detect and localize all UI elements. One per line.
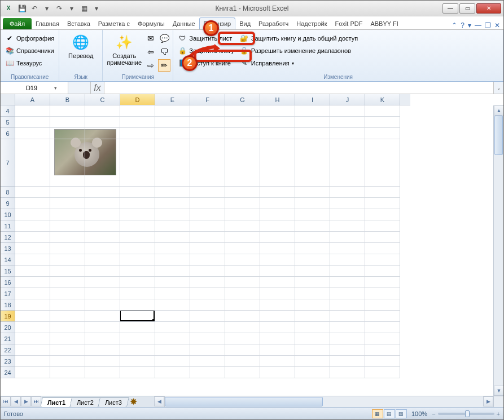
col-header-A[interactable]: A <box>15 94 50 105</box>
tab-formulas[interactable]: Формулы <box>134 18 169 29</box>
row-header-10[interactable]: 10 <box>1 209 15 220</box>
view-normal-icon[interactable]: ▦ <box>372 409 383 418</box>
hscroll-right-icon[interactable]: ▶ <box>483 396 493 406</box>
qat-save-icon[interactable]: 💾 <box>16 3 28 14</box>
col-header-G[interactable]: G <box>225 94 260 105</box>
col-header-F[interactable]: F <box>190 94 225 105</box>
track-changes-button[interactable]: ✎Исправления ▾ <box>238 57 360 69</box>
select-all-corner[interactable] <box>1 94 15 105</box>
row-header-5[interactable]: 5 <box>1 117 15 128</box>
spelling-button[interactable]: ✔Орфография <box>3 32 56 45</box>
sheet-first-icon[interactable]: ⏮ <box>1 396 11 406</box>
sheet-tab-1[interactable]: Лист1 <box>40 397 73 407</box>
qat-undo-icon[interactable]: ↶ <box>29 3 40 14</box>
tab-data[interactable]: Данные <box>169 18 199 29</box>
row-header-16[interactable]: 16 <box>1 277 15 288</box>
row-header-17[interactable]: 17 <box>1 288 15 299</box>
scroll-down-icon[interactable]: ▼ <box>494 386 503 396</box>
new-comment-button[interactable]: ✨ Создать примечание <box>105 32 143 67</box>
vertical-scrollbar[interactable]: ▲ ▼ <box>493 105 503 396</box>
prev-comment-icon[interactable]: ⇦ <box>144 46 157 58</box>
col-header-I[interactable]: I <box>295 94 330 105</box>
sheet-tab-3[interactable]: Лист3 <box>98 397 129 407</box>
formula-expand-icon[interactable]: ⌄ <box>493 82 503 94</box>
col-header-K[interactable]: K <box>365 94 400 105</box>
show-all-comments-icon[interactable]: 🗨 <box>158 46 170 58</box>
row-header-12[interactable]: 12 <box>1 232 15 243</box>
fx-icon[interactable]: fx <box>91 82 104 94</box>
col-header-C[interactable]: C <box>85 94 120 105</box>
allow-ranges-button[interactable]: 🔓Разрешить изменение диапазонов <box>238 45 360 57</box>
tab-abbyy[interactable]: ABBYY FI <box>366 18 402 29</box>
help-dd-icon[interactable]: ▾ <box>468 21 471 29</box>
row-header-7[interactable]: 7 <box>1 139 15 187</box>
row-header-13[interactable]: 13 <box>1 243 15 254</box>
window-maximize-button[interactable]: ▭ <box>459 3 475 14</box>
name-box[interactable]: ▾ <box>1 82 68 94</box>
row-header-22[interactable]: 22 <box>1 344 15 356</box>
tab-insert[interactable]: Вставка <box>63 18 94 29</box>
next-comment-icon[interactable]: ⇨ <box>144 59 157 72</box>
tab-file[interactable]: Файл <box>3 18 32 29</box>
row-header-4[interactable]: 4 <box>1 105 15 117</box>
ribbon-collapse-icon[interactable]: ⌃ <box>452 21 457 29</box>
show-ink-icon[interactable]: ✏ <box>158 59 170 72</box>
row-header-14[interactable]: 14 <box>1 254 15 266</box>
help-icon[interactable]: ? <box>461 21 464 29</box>
thesaurus-button[interactable]: 📖Тезаурус <box>3 57 56 69</box>
window-close-button[interactable]: ✕ <box>476 3 501 14</box>
vscroll-thumb[interactable] <box>494 116 503 155</box>
row-header-8[interactable]: 8 <box>1 187 15 198</box>
row-header-19[interactable]: 19 <box>1 311 15 322</box>
cells-area[interactable] <box>15 105 493 396</box>
tab-home[interactable]: Главная <box>32 18 63 29</box>
col-header-B[interactable]: B <box>50 94 85 105</box>
hscroll-thumb[interactable] <box>165 397 323 406</box>
zoom-in-icon[interactable]: + <box>497 410 500 417</box>
row-header-15[interactable]: 15 <box>1 266 15 277</box>
active-cell[interactable] <box>120 310 155 321</box>
qat-redo-dd[interactable]: ▾ <box>66 3 77 14</box>
col-header-H[interactable]: H <box>260 94 295 105</box>
embedded-image[interactable] <box>54 129 116 175</box>
row-header-20[interactable]: 20 <box>1 322 15 333</box>
sheet-tab-2[interactable]: Лист2 <box>69 397 101 407</box>
delete-comment-icon[interactable]: ✉ <box>144 32 157 45</box>
qat-redo-icon[interactable]: ↷ <box>54 3 65 14</box>
show-comment-icon[interactable]: 💬 <box>158 32 170 45</box>
zoom-percent[interactable]: 100% <box>411 410 427 417</box>
row-header-9[interactable]: 9 <box>1 198 15 209</box>
name-box-dropdown-icon[interactable]: ▾ <box>51 85 59 91</box>
scroll-up-icon[interactable]: ▲ <box>494 105 503 116</box>
col-header-J[interactable]: J <box>330 94 365 105</box>
row-header-23[interactable]: 23 <box>1 356 15 367</box>
workbook-close-icon[interactable]: ✕ <box>494 21 500 29</box>
qat-dd-icon[interactable]: ▾ <box>91 3 102 14</box>
sheet-next-icon[interactable]: ▶ <box>21 396 31 406</box>
hscroll-left-icon[interactable]: ◀ <box>154 396 164 406</box>
col-header-D[interactable]: D <box>120 94 155 105</box>
qat-undo-dd[interactable]: ▾ <box>41 3 52 14</box>
sheet-last-icon[interactable]: ⏭ <box>31 396 41 406</box>
workbook-restore-icon[interactable]: ❐ <box>485 21 491 29</box>
row-header-21[interactable]: 21 <box>1 333 15 344</box>
row-header-18[interactable]: 18 <box>1 299 15 311</box>
col-header-E[interactable]: E <box>155 94 190 105</box>
formula-input[interactable] <box>104 82 493 94</box>
qat-customize-icon[interactable]: ▦ <box>78 3 90 14</box>
tab-addins[interactable]: Надстройк <box>292 18 331 29</box>
workbook-minimize-icon[interactable]: — <box>475 21 481 29</box>
view-page-break-icon[interactable]: ▧ <box>396 409 407 418</box>
name-box-input[interactable] <box>1 85 51 91</box>
zoom-out-icon[interactable]: − <box>432 410 435 417</box>
row-header-24[interactable]: 24 <box>1 367 15 378</box>
tab-developer[interactable]: Разработч <box>255 18 292 29</box>
zoom-thumb[interactable] <box>465 410 470 417</box>
tab-view[interactable]: Вид <box>235 18 255 29</box>
research-button[interactable]: 📚Справочники <box>3 45 56 57</box>
window-minimize-button[interactable]: — <box>442 3 458 14</box>
zoom-slider[interactable]: − + <box>432 410 500 417</box>
sheet-prev-icon[interactable]: ◀ <box>11 396 21 406</box>
tab-page-layout[interactable]: Разметка с <box>94 18 134 29</box>
row-header-6[interactable]: 6 <box>1 128 15 139</box>
